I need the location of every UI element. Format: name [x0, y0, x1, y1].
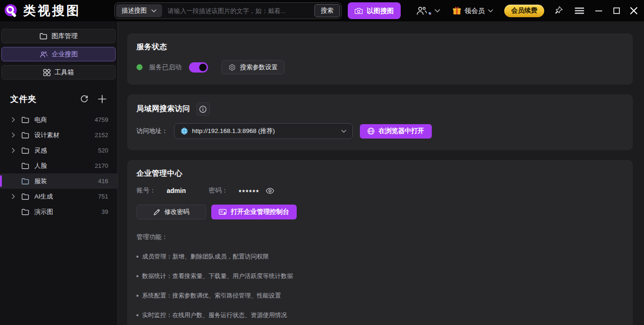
lan-card-title: 局域网搜索访问 — [137, 104, 190, 114]
search-mode-label: 描述搜图 — [122, 7, 147, 15]
sidebar-item-enterprise-search[interactable]: 企业搜图 — [1, 47, 116, 61]
search-mode-dropdown[interactable]: 描述搜图 — [116, 4, 162, 17]
enterprise-admin-card: 企业管理中心 账号： admin 密码： ****** 修改密码 — [127, 160, 633, 325]
bullet — [137, 295, 138, 297]
titlebar-right: 领会员 会员续费 — [416, 5, 640, 17]
status-dot — [429, 12, 431, 14]
account-label: 账号： — [137, 186, 156, 195]
account-value: admin — [167, 187, 186, 194]
close-button[interactable] — [630, 7, 637, 14]
account-chevron-icon[interactable] — [435, 9, 440, 13]
sidebar-item-gallery[interactable]: 图库管理 — [1, 29, 116, 43]
logo-icon — [4, 3, 19, 18]
folder-row[interactable]: 人脸 2170 — [0, 158, 117, 173]
folder-icon — [39, 33, 47, 40]
lan-access-card: 局域网搜索访问 访问地址： http://192.168.1.3:8968 (推… — [127, 94, 633, 150]
feature-item: 数据统计：查看搜索量、下载量、用户活跃度等统计数据 — [137, 272, 624, 280]
renew-membership-button[interactable]: 会员续费 — [504, 5, 544, 17]
folder-icon — [21, 132, 29, 139]
titlebar: 类视搜图 描述搜图 搜索 以图搜图 — [0, 0, 644, 21]
folder-icon — [21, 178, 29, 185]
folder-name: AI生成 — [34, 192, 53, 201]
camera-icon — [355, 7, 363, 14]
folders-title: 文件夹 — [10, 93, 37, 105]
folder-count: 4759 — [95, 116, 108, 123]
app-logo: 类视搜图 — [4, 2, 114, 19]
folder-row[interactable]: 灵感 520 — [0, 143, 117, 158]
chevron-right-icon[interactable] — [10, 148, 17, 153]
folder-count: 39 — [102, 208, 108, 215]
folder-name: 设计素材 — [34, 131, 59, 139]
image-search-button[interactable]: 以图搜图 — [348, 2, 401, 19]
folder-row-selected[interactable]: 服装 416 — [0, 173, 117, 189]
search-input[interactable] — [162, 7, 314, 14]
hamburger-menu-icon[interactable] — [575, 7, 584, 14]
pin-icon[interactable] — [554, 6, 564, 15]
admin-card-title: 企业管理中心 — [137, 169, 624, 179]
change-password-button[interactable]: 修改密码 — [137, 205, 206, 219]
folder-icon — [21, 209, 29, 215]
refresh-icon[interactable] — [80, 95, 89, 104]
folder-row[interactable]: 电商 4759 — [0, 112, 117, 127]
folder-row[interactable]: 演示图 39 — [0, 204, 117, 219]
folder-name: 电商 — [34, 116, 47, 124]
folder-icon — [21, 117, 29, 123]
info-button[interactable] — [196, 102, 210, 116]
service-status-text: 服务已启动 — [149, 63, 182, 72]
folder-count: 416 — [98, 178, 108, 185]
folder-row[interactable]: 设计素材 2152 — [0, 127, 117, 143]
search-params-button[interactable]: 搜索参数设置 — [221, 60, 285, 74]
folders-header: 文件夹 — [0, 93, 117, 105]
globe-icon — [367, 127, 375, 135]
chevron-right-icon[interactable] — [10, 194, 17, 199]
service-card-title: 服务状态 — [137, 42, 624, 52]
bullet — [137, 314, 138, 316]
feature-item: 系统配置：搜索参数调优、索引路径管理、性能设置 — [137, 292, 624, 300]
search-button[interactable]: 搜索 — [314, 4, 340, 17]
get-membership-button[interactable]: 领会员 — [452, 6, 494, 15]
sidebar: 图库管理 企业搜图 工具箱 文件夹 — [0, 21, 118, 325]
folder-count: 751 — [98, 193, 108, 200]
folder-list: 电商 4759 设计素材 2152 灵感 520 人脸 2170 — [0, 112, 117, 219]
pencil-icon — [153, 209, 160, 216]
folder-name: 人脸 — [34, 162, 47, 170]
password-value: ****** — [239, 188, 260, 196]
add-folder-icon[interactable] — [98, 95, 106, 103]
folder-row[interactable]: AI生成 751 — [0, 189, 117, 204]
folder-count: 520 — [98, 147, 108, 154]
info-icon — [199, 106, 207, 113]
folder-icon — [21, 147, 29, 154]
folder-name: 演示图 — [34, 208, 53, 216]
gift-icon — [452, 6, 462, 15]
folder-name: 灵感 — [34, 146, 47, 155]
chevron-right-icon[interactable] — [10, 117, 17, 122]
search-bar: 描述搜图 搜索 — [114, 2, 342, 19]
id-card-icon — [219, 209, 227, 216]
account-menu[interactable] — [416, 6, 431, 16]
main-content: 服务状态 服务已启动 搜索参数设置 局域网搜索访问 访问地址： — [118, 21, 644, 325]
service-status-card: 服务状态 服务已启动 搜索参数设置 — [127, 33, 633, 85]
open-in-browser-button[interactable]: 在浏览器中打开 — [360, 124, 432, 139]
app-window: 类视搜图 描述搜图 搜索 以图搜图 — [0, 0, 644, 325]
folder-name: 服装 — [34, 177, 47, 186]
open-admin-console-button[interactable]: 打开企业管理控制台 — [211, 205, 297, 219]
folder-icon — [21, 193, 29, 200]
chevron-right-icon[interactable] — [10, 133, 17, 138]
service-toggle[interactable] — [189, 62, 208, 73]
features-title: 管理功能： — [137, 233, 624, 241]
users-icon — [39, 51, 48, 58]
bullet — [137, 256, 138, 258]
maximize-button[interactable] — [613, 7, 620, 14]
chevron-down-icon — [488, 9, 493, 13]
gear-icon — [228, 64, 236, 71]
feature-item: 实时监控：在线用户数、服务运行状态、资源使用情况 — [137, 311, 624, 319]
show-password-icon[interactable] — [266, 187, 274, 194]
sidebar-item-toolbox[interactable]: 工具箱 — [1, 65, 116, 80]
minimize-button[interactable] — [595, 10, 602, 12]
app-title: 类视搜图 — [23, 2, 81, 19]
address-label: 访问地址： — [137, 127, 168, 135]
toggle-knob — [199, 64, 207, 71]
bullet — [137, 275, 138, 277]
address-value: http://192.168.1.3:8968 (推荐) — [192, 127, 337, 135]
address-dropdown[interactable]: http://192.168.1.3:8968 (推荐) — [174, 123, 353, 139]
